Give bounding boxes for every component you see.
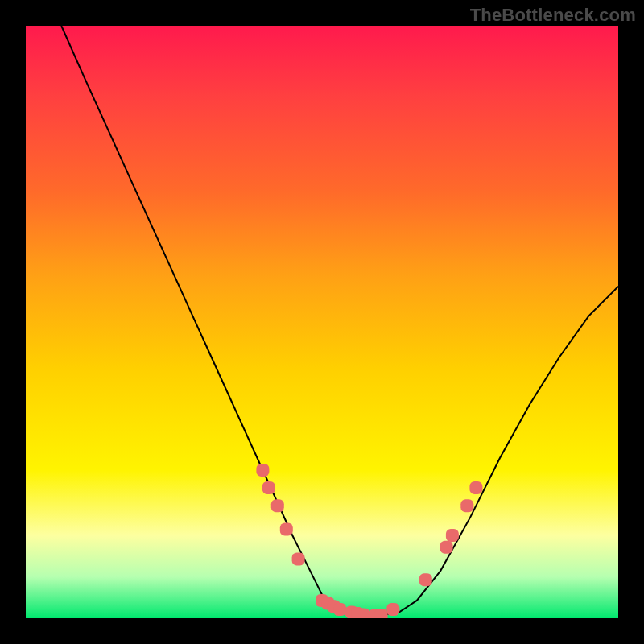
data-marker [333, 603, 346, 616]
data-marker [357, 609, 370, 618]
data-marker [375, 609, 388, 618]
data-marker [271, 499, 284, 512]
chart-svg [26, 26, 618, 618]
watermark-label: TheBottleneck.com [470, 5, 636, 26]
data-marker [419, 573, 432, 586]
data-marker [292, 552, 305, 565]
data-marker [280, 523, 293, 536]
data-marker [469, 481, 482, 494]
data-marker [460, 499, 473, 512]
data-marker [256, 464, 269, 477]
chart-frame: TheBottleneck.com [0, 0, 644, 644]
bottleneck-curve [61, 26, 618, 615]
data-marker [262, 481, 275, 494]
data-marker [446, 529, 459, 542]
data-marker [386, 603, 399, 616]
chart-plot-area [26, 26, 618, 618]
data-marker [440, 541, 453, 554]
